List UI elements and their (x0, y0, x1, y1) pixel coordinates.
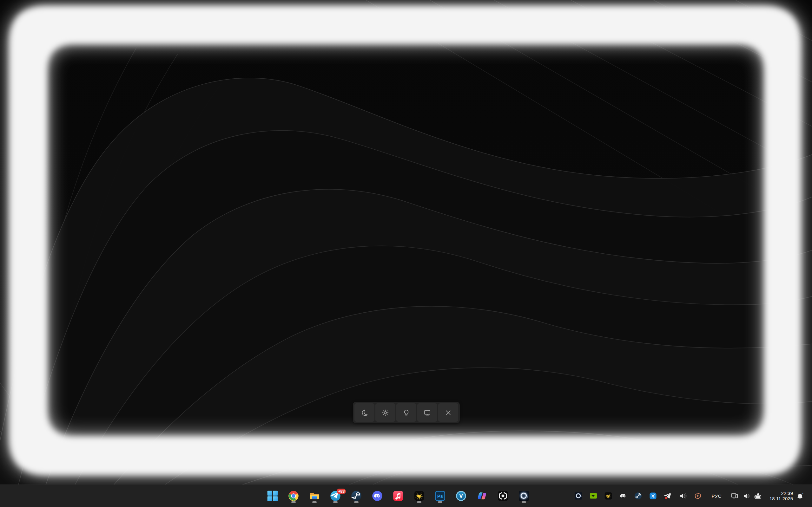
steam-icon (351, 490, 362, 502)
discord-tray-icon[interactable] (619, 492, 627, 500)
running-indicator (291, 501, 296, 503)
monitor-icon (423, 408, 432, 417)
chrome-icon (288, 490, 299, 502)
taskbar-app-copilot[interactable] (474, 488, 490, 504)
sun-icon (381, 408, 390, 417)
discord-icon (371, 490, 383, 502)
screen-light-icon (518, 490, 529, 502)
clock[interactable]: 22:39 18.11.2025 (769, 491, 793, 501)
taskbar-app-apple-music[interactable] (391, 488, 406, 504)
taskbar-app-telegram[interactable]: +83 (328, 488, 343, 504)
battery-charging-icon[interactable] (754, 492, 762, 500)
cast-device-icon[interactable] (730, 492, 739, 500)
running-indicator (354, 501, 359, 503)
screen-light-tray-icon[interactable] (574, 492, 582, 500)
telegram-badge: +83 (337, 489, 346, 494)
steam-tray-icon[interactable] (634, 492, 642, 500)
running-indicator (333, 501, 338, 503)
hex-star-tray-icon[interactable] (694, 492, 702, 500)
game-launcher-emblem-icon (497, 490, 509, 502)
photoshop-icon: Ps (435, 490, 446, 502)
system-tray: РУС 22:39 18.11.2025 (574, 485, 812, 507)
v2rayn-glyph: V (459, 493, 463, 499)
bulb-icon (402, 408, 411, 417)
bluetooth-tray-icon[interactable] (649, 492, 657, 500)
brightness-button[interactable] (375, 403, 395, 422)
clock-date: 18.11.2025 (769, 496, 793, 501)
taskbar-app-game-launcher[interactable] (495, 488, 511, 504)
taskbar-app-file-explorer[interactable] (307, 488, 322, 504)
spark-starburst-icon (413, 490, 425, 502)
start-button[interactable] (265, 488, 280, 504)
volume-mixer-tray-icon[interactable] (679, 492, 687, 500)
v2rayn-icon: V (455, 490, 467, 502)
taskbar-app-spark[interactable] (412, 488, 427, 504)
running-indicator (417, 501, 421, 503)
telegram-tray-icon[interactable] (664, 492, 672, 500)
dnd-z-glyph: z (802, 492, 804, 495)
light-control-toolbar (353, 402, 460, 423)
taskbar-app-photoshop[interactable]: Ps (433, 488, 448, 504)
spark-tray-icon[interactable] (604, 492, 612, 500)
taskbar-app-v2rayn[interactable]: V (453, 488, 469, 504)
language-indicator[interactable]: РУС (711, 493, 721, 499)
taskbar-app-screen-light[interactable] (516, 488, 531, 504)
notifications-dnd-bell-icon[interactable]: z (796, 491, 805, 501)
copilot-icon (476, 490, 488, 502)
lamp-button[interactable] (396, 403, 416, 422)
nvidia-tray-icon[interactable] (589, 492, 598, 500)
desktop: +83 (0, 0, 812, 507)
running-indicator (438, 501, 442, 503)
taskbar-app-chrome[interactable] (286, 488, 301, 504)
clock-time: 22:39 (769, 491, 793, 496)
monitor-mode-button[interactable] (417, 403, 437, 422)
taskbar-app-discord[interactable] (370, 488, 385, 504)
taskbar-apps: +83 (265, 485, 531, 507)
moon-icon (360, 408, 369, 417)
screen-light-frame (0, 0, 812, 507)
volume-icon[interactable] (742, 492, 751, 500)
photoshop-glyph: Ps (437, 494, 443, 499)
close-icon (444, 408, 453, 417)
night-mode-button[interactable] (354, 403, 374, 422)
taskbar: +83 (0, 485, 812, 507)
file-explorer-icon (309, 490, 320, 502)
taskbar-app-steam[interactable] (349, 488, 364, 504)
apple-music-icon (393, 490, 404, 502)
close-toolbar-button[interactable] (438, 403, 458, 422)
windows-logo-icon (267, 490, 278, 502)
running-indicator (522, 501, 526, 503)
running-indicator (312, 501, 317, 503)
